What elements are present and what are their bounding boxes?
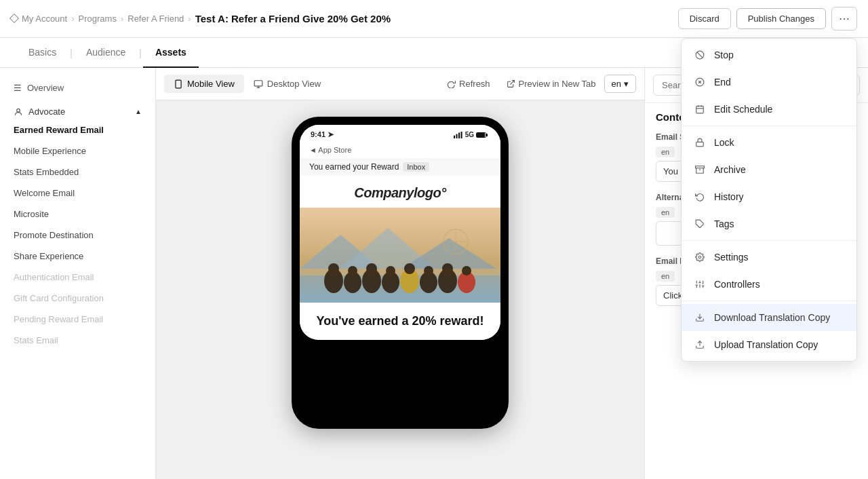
archive-icon (694, 164, 706, 176)
sidebar-item-stats-email: Stats Email (0, 330, 155, 351)
preview-text-lang-badge: en (656, 271, 675, 282)
svg-rect-12 (486, 134, 488, 136)
advocate-icon: Advocate (14, 107, 65, 117)
svg-rect-13 (477, 133, 485, 137)
tab-audience[interactable]: Audience (74, 38, 138, 68)
dropdown-sep-2 (682, 240, 856, 241)
tab-assets[interactable]: Assets (143, 38, 199, 68)
svg-point-20 (328, 263, 339, 274)
inbox-tag: Inbox (403, 162, 429, 172)
language-select[interactable]: en ▾ (604, 75, 636, 93)
svg-point-24 (366, 263, 377, 274)
svg-point-32 (442, 263, 453, 274)
lock-icon (694, 136, 706, 149)
dropdown-item-controllers[interactable]: Controllers (682, 271, 856, 298)
svg-point-22 (348, 266, 357, 275)
phone-mockup: 9:41 ➤ 5G ◄ App Store (292, 117, 509, 429)
svg-point-0 (17, 109, 20, 112)
refresh-button[interactable]: Refresh (439, 75, 498, 93)
email-hero-image (300, 208, 500, 303)
svg-point-30 (424, 266, 433, 275)
desktop-view-button[interactable]: Desktop View (244, 75, 330, 93)
preview-area: Mobile View Desktop View Refresh Preview… (156, 68, 644, 479)
sidebar-item-authentication-email: Authentication Email (0, 267, 155, 288)
sidebar-item-promote-destination[interactable]: Promote Destination (0, 225, 155, 246)
svg-rect-48 (696, 166, 705, 168)
tab-basics[interactable]: Basics (16, 38, 68, 68)
svg-point-26 (386, 266, 395, 275)
dropdown-menu: Stop End Edit Schedule Lock Archive Hist… (681, 38, 857, 362)
breadcrumb-current: Test A: Refer a Friend Give 20% Get 20% (195, 13, 391, 24)
topbar-actions: Discard Publish Changes ⋯ (678, 7, 857, 31)
dropdown-sep-3 (682, 301, 856, 301)
controllers-icon (694, 278, 706, 290)
dropdown-item-lock[interactable]: Lock (682, 129, 856, 156)
dropdown-item-end[interactable]: End (682, 69, 856, 96)
svg-rect-47 (696, 142, 704, 146)
sidebar-overview[interactable]: ☰ Overview (0, 76, 155, 100)
upload-icon (694, 339, 706, 351)
svg-point-51 (698, 256, 701, 258)
diamond-icon (11, 14, 18, 24)
sidebar-item-pending-reward-email: Pending Reward Email (0, 309, 155, 330)
svg-rect-8 (456, 134, 457, 138)
breadcrumb-refer-a-friend[interactable]: Refer A Friend (127, 14, 184, 24)
phone-time: 9:41 ➤ (311, 130, 334, 139)
preview-toolbar: Mobile View Desktop View Refresh Preview… (156, 68, 644, 100)
sidebar-item-share-experience[interactable]: Share Experience (0, 246, 155, 267)
download-icon (694, 311, 706, 324)
sidebar-item-welcome-email[interactable]: Welcome Email (0, 183, 155, 204)
sidebar-item-earned-reward-email[interactable]: Earned Reward Email (0, 119, 155, 140)
preview-content: 9:41 ➤ 5G ◄ App Store (156, 100, 644, 479)
tag-icon (694, 218, 706, 230)
phone-status-bar: 9:41 ➤ 5G (300, 125, 500, 142)
sidebar-item-mobile-experience[interactable]: Mobile Experience (0, 140, 155, 161)
alternate-email-lang-badge: en (656, 207, 675, 218)
calendar-icon (694, 103, 706, 115)
svg-rect-7 (454, 135, 455, 138)
dropdown-item-stop[interactable]: Stop (682, 41, 856, 69)
history-icon (694, 191, 706, 203)
overview-label: Overview (27, 83, 64, 93)
email-subject-lang-badge: en (656, 147, 675, 157)
sidebar-item-stats-embedded[interactable]: Stats Embedded (0, 161, 155, 183)
email-body: You've earned a 20% reward! (300, 303, 500, 340)
svg-rect-1 (176, 80, 181, 88)
svg-line-6 (510, 81, 514, 85)
dropdown-item-edit-schedule[interactable]: Edit Schedule (682, 96, 856, 123)
topbar: My Account › Programs › Refer A Friend ›… (0, 0, 868, 38)
svg-rect-3 (254, 80, 262, 85)
dropdown-item-archive[interactable]: Archive (682, 156, 856, 183)
phone-subject-bar: You earned your Reward Inbox (300, 158, 500, 176)
breadcrumb-my-account[interactable]: My Account (22, 14, 67, 24)
svg-point-34 (462, 266, 471, 275)
dropdown-sep-1 (682, 126, 856, 126)
overview-icon: ☰ (14, 83, 22, 93)
more-options-button[interactable]: ⋯ (831, 7, 857, 31)
dropdown-item-download-translation[interactable]: Download Translation Copy (682, 304, 856, 331)
svg-rect-10 (460, 132, 462, 138)
sidebar-item-microsite[interactable]: Microsite (0, 204, 155, 225)
advocate-chevron-icon: ▲ (135, 108, 142, 115)
sidebar-items: Earned Reward Email Mobile Experience St… (0, 119, 155, 351)
dropdown-item-upload-translation[interactable]: Upload Translation Copy (682, 331, 856, 358)
dropdown-item-tags[interactable]: Tags (682, 210, 856, 237)
sidebar: ☰ Overview Advocate ▲ Earned Reward Emai… (0, 68, 156, 479)
svg-rect-43 (696, 106, 704, 113)
settings-icon (694, 251, 706, 263)
publish-button[interactable]: Publish Changes (736, 8, 826, 29)
dropdown-item-history[interactable]: History (682, 183, 856, 210)
breadcrumb-programs[interactable]: Programs (79, 14, 117, 24)
preview-in-new-tab-button[interactable]: Preview in New Tab (498, 75, 604, 93)
phone-signal: 5G (454, 131, 490, 138)
discard-button[interactable]: Discard (678, 8, 731, 29)
phone-inner: 9:41 ➤ 5G ◄ App Store (300, 125, 500, 340)
sidebar-section-advocate[interactable]: Advocate ▲ (0, 100, 155, 119)
email-logo: Companylogo° (300, 176, 500, 208)
breadcrumb: My Account › Programs › Refer A Friend ›… (11, 13, 391, 24)
mobile-view-button[interactable]: Mobile View (164, 75, 244, 93)
stop-icon (694, 49, 706, 61)
svg-point-28 (404, 263, 415, 274)
dropdown-item-settings[interactable]: Settings (682, 244, 856, 271)
lang-chevron-icon: ▾ (624, 79, 629, 89)
